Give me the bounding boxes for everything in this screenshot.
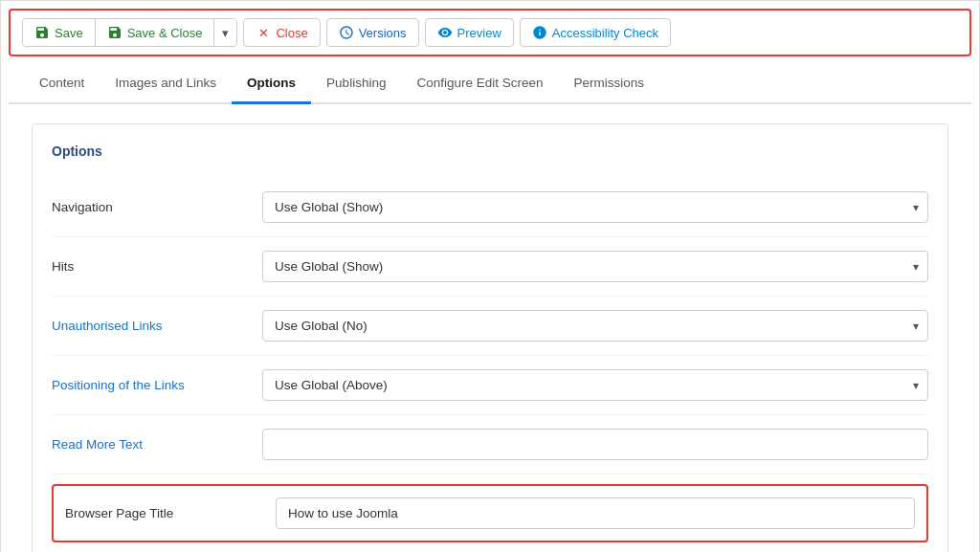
browser-page-title-input[interactable] — [276, 497, 915, 529]
save-icon — [34, 25, 50, 40]
hits-select[interactable]: Use Global (Show) Show Hide — [262, 251, 928, 282]
unauthorised-links-select[interactable]: Use Global (No) Yes No — [262, 310, 928, 342]
tab-permissions[interactable]: Permissions — [558, 64, 659, 104]
unauthorised-links-row: Unauthorised Links Use Global (No) Yes N… — [52, 297, 928, 356]
tab-options[interactable]: Options — [232, 64, 311, 104]
read-more-text-input[interactable] — [262, 429, 928, 460]
tab-publishing[interactable]: Publishing — [311, 64, 401, 104]
preview-label: Preview — [457, 26, 501, 40]
content-area: Options Navigation Use Global (Show) Sho… — [9, 104, 971, 552]
save-close-icon — [107, 25, 122, 40]
dropdown-icon: ▾ — [222, 26, 229, 40]
save-dropdown-button[interactable]: ▾ — [214, 19, 236, 46]
positioning-links-select-wrapper: Use Global (Above) Above Below ▾ — [262, 369, 928, 401]
versions-label: Versions — [359, 26, 407, 40]
accessibility-label: Accessibility Check — [552, 26, 658, 40]
read-more-text-control — [262, 429, 928, 460]
preview-button[interactable]: Preview — [425, 18, 514, 47]
close-button[interactable]: ✕ Close — [243, 18, 320, 47]
tab-bar: Content Images and Links Options Publish… — [9, 64, 971, 104]
unauthorised-links-control: Use Global (No) Yes No ▾ — [262, 310, 928, 342]
accessibility-icon — [532, 25, 547, 40]
hits-row: Hits Use Global (Show) Show Hide ▾ — [52, 237, 928, 297]
save-close-button[interactable]: Save & Close — [96, 19, 215, 46]
browser-page-title-row: Browser Page Title — [65, 497, 915, 529]
save-close-label: Save & Close — [127, 26, 203, 40]
tab-content[interactable]: Content — [24, 64, 100, 104]
navigation-select-wrapper: Use Global (Show) Show Hide ▾ — [262, 191, 928, 223]
navigation-row: Navigation Use Global (Show) Show Hide ▾ — [52, 178, 928, 237]
save-label: Save — [55, 26, 83, 40]
options-section-title: Options — [52, 144, 928, 159]
positioning-links-label[interactable]: Positioning of the Links — [52, 378, 262, 392]
navigation-select[interactable]: Use Global (Show) Show Hide — [262, 191, 928, 223]
hits-label: Hits — [52, 259, 262, 274]
save-button-group: Save Save & Close ▾ — [22, 18, 237, 47]
positioning-links-row: Positioning of the Links Use Global (Abo… — [52, 356, 928, 415]
navigation-label: Navigation — [52, 200, 262, 214]
save-button[interactable]: Save — [23, 19, 96, 46]
preview-icon — [437, 25, 453, 40]
accessibility-button[interactable]: Accessibility Check — [520, 18, 671, 47]
close-label: Close — [276, 26, 307, 40]
tab-configure-edit[interactable]: Configure Edit Screen — [401, 64, 558, 104]
versions-icon — [339, 25, 354, 40]
versions-button[interactable]: Versions — [326, 18, 419, 47]
navigation-control: Use Global (Show) Show Hide ▾ — [262, 191, 928, 223]
close-icon: ✕ — [256, 25, 271, 40]
positioning-links-select[interactable]: Use Global (Above) Above Below — [262, 369, 928, 401]
hits-control: Use Global (Show) Show Hide ▾ — [262, 251, 928, 282]
hits-select-wrapper: Use Global (Show) Show Hide ▾ — [262, 251, 928, 282]
positioning-links-control: Use Global (Above) Above Below ▾ — [262, 369, 928, 401]
read-more-text-label[interactable]: Read More Text — [52, 437, 262, 452]
options-card: Options Navigation Use Global (Show) Sho… — [32, 123, 948, 552]
browser-page-title-highlighted: Browser Page Title — [52, 484, 928, 542]
read-more-text-row: Read More Text — [52, 415, 928, 475]
toolbar: Save Save & Close ▾ ✕ Close — [9, 9, 971, 56]
browser-page-title-label: Browser Page Title — [65, 506, 276, 520]
browser-page-title-control — [276, 497, 915, 529]
unauthorised-links-label[interactable]: Unauthorised Links — [52, 319, 262, 333]
unauthorised-links-select-wrapper: Use Global (No) Yes No ▾ — [262, 310, 928, 342]
tab-images-links[interactable]: Images and Links — [100, 64, 232, 104]
